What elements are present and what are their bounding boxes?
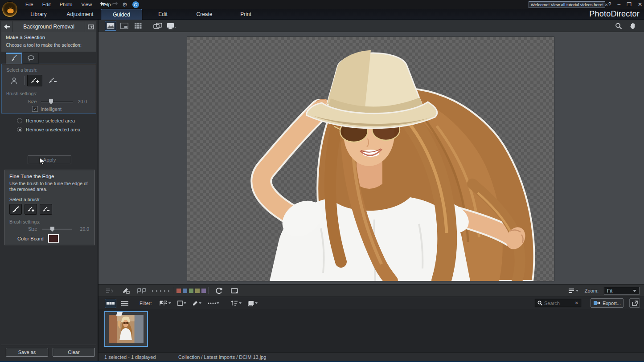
ft-brush-subtract-icon[interactable] <box>40 204 52 215</box>
label-filter-dropdown[interactable] <box>176 301 188 306</box>
export-icon <box>593 300 600 306</box>
settings-gear-icon[interactable]: ⚙ <box>121 1 128 8</box>
auto-select-person-icon[interactable] <box>6 75 21 86</box>
cutout-woman-illustration <box>187 37 554 281</box>
edited-filter-dropdown[interactable] <box>191 301 203 306</box>
panel-expand-icon[interactable] <box>85 21 96 32</box>
file-path-status: Collection / Latest Imports / DCIM 13.jp… <box>178 354 266 360</box>
compare-view-icon[interactable] <box>152 21 164 31</box>
ft-brush-buttons <box>9 204 52 215</box>
stack-photos-dropdown[interactable] <box>246 301 259 306</box>
color-tag-purple <box>201 289 206 293</box>
search-box[interactable]: ✕ <box>535 299 581 307</box>
slider-thumb[interactable] <box>49 99 53 104</box>
ft-size-row: Size 20.0 <box>5 225 95 232</box>
viewer-filmstrip-icon[interactable] <box>119 21 130 31</box>
list-view-icon[interactable] <box>119 299 131 308</box>
divider <box>24 76 25 85</box>
zoom-fit-dropdown[interactable]: Fit <box>604 287 640 295</box>
tab-print[interactable]: Print <box>225 9 267 20</box>
zoom-controls: Zoom: Fit <box>568 285 640 296</box>
capture-note-icon[interactable] <box>229 286 241 296</box>
rotate-icon[interactable] <box>213 286 225 296</box>
flag-filter-dropdown[interactable] <box>157 301 173 306</box>
color-board-label: Color Board <box>17 236 44 241</box>
pan-hand-icon[interactable] <box>627 21 639 31</box>
restore-button[interactable]: ❐ <box>627 1 632 8</box>
tab-guided[interactable]: Guided <box>101 9 142 20</box>
rating-filter-dropdown[interactable] <box>206 302 221 304</box>
brush-subtract-icon[interactable] <box>45 75 60 86</box>
size-slider[interactable] <box>41 102 73 102</box>
search-icon <box>537 301 542 305</box>
menu-photo[interactable]: Photo <box>56 1 77 8</box>
menu-edit[interactable]: Edit <box>38 1 55 8</box>
save-as-button[interactable]: Save as <box>6 348 48 357</box>
ft-size-slider[interactable] <box>42 229 72 230</box>
fine-tune-section: Fine Tune the Edge Use the brush to fine… <box>4 170 95 245</box>
photodirector-window: File Edit Photo View Help ⚙ Welcome! Vie… <box>0 0 644 362</box>
close-button[interactable]: ✕ <box>638 1 642 8</box>
undo-icon[interactable] <box>100 1 107 8</box>
color-label-tags[interactable] <box>174 287 209 294</box>
paw-icon <box>7 7 14 13</box>
brush-add-icon[interactable] <box>27 75 42 86</box>
apply-button[interactable]: Apply <box>28 155 71 164</box>
menu-view[interactable]: View <box>77 1 96 8</box>
redo-icon[interactable] <box>111 1 118 8</box>
edited-photo[interactable] <box>187 37 554 281</box>
search-input[interactable] <box>544 301 573 306</box>
zoom-value: Fit <box>607 288 612 293</box>
clear-button[interactable]: Clear <box>53 348 95 357</box>
rating-dots[interactable] <box>152 290 169 292</box>
color-board-swatch[interactable] <box>48 234 59 243</box>
photo-canvas[interactable] <box>98 33 644 284</box>
tab-edit[interactable]: Edit <box>142 9 184 20</box>
sort-menu-icon[interactable] <box>568 286 579 296</box>
edit-pencil-icon[interactable] <box>120 286 131 296</box>
secondary-monitor-icon[interactable] <box>166 21 177 31</box>
photo-thumbnail[interactable] <box>104 311 148 347</box>
notification-badge-icon[interactable] <box>132 1 139 8</box>
brush-size-row: Size 20.0 <box>2 98 97 105</box>
make-selection-section: Make a Selection Choose a tool to make t… <box>1 32 96 52</box>
intelligent-checkbox[interactable]: ✓ <box>32 106 38 112</box>
open-new-window-icon[interactable] <box>629 298 640 308</box>
search-clear-icon[interactable]: ✕ <box>575 301 578 305</box>
notification-close-icon[interactable]: ✕ <box>605 3 608 7</box>
ft-brush-add-icon[interactable] <box>25 204 37 215</box>
tab-adjustment[interactable]: Adjustment <box>59 9 101 20</box>
ft-slider-thumb[interactable] <box>50 227 54 232</box>
sort-order-dropdown[interactable] <box>229 301 243 306</box>
stack-list-icon[interactable] <box>104 286 115 296</box>
tab-create[interactable]: Create <box>184 9 225 20</box>
filmstrip <box>98 309 644 352</box>
minimize-button[interactable]: – <box>617 1 620 8</box>
export-button[interactable]: Export... <box>591 298 623 308</box>
strip-left-tools: Filter: <box>105 298 259 309</box>
fine-tune-description: Use the brush to fine tune the edge of t… <box>9 181 90 192</box>
remove-unselected-radio-row: Remove unselected area <box>17 127 80 132</box>
tab-library[interactable]: Library <box>18 9 59 20</box>
remove-selected-radio[interactable] <box>17 118 22 123</box>
ft-size-value: 20.0 <box>80 226 89 232</box>
ft-eraser-brush-icon[interactable] <box>9 204 22 215</box>
remove-unselected-radio[interactable] <box>17 127 22 132</box>
menu-file[interactable]: File <box>21 1 37 8</box>
module-tabs: Library Adjustment Guided Edit Create Pr… <box>18 9 267 20</box>
magnifier-icon[interactable] <box>613 21 624 31</box>
back-arrow-icon[interactable] <box>1 21 13 32</box>
flag-pick-reject-icon[interactable] <box>136 286 148 296</box>
color-tag-blue <box>183 289 187 293</box>
ft-select-brush-label: Select a brush: <box>9 197 41 202</box>
thumbnail-view-icon[interactable] <box>105 299 116 308</box>
size-label: Size <box>28 99 37 104</box>
help-button[interactable]: ? <box>608 1 611 8</box>
lasso-tool-tab[interactable] <box>23 53 39 64</box>
tutorial-notification[interactable]: Welcome! View all tutorial videos here! … <box>529 1 605 8</box>
grid-view-icon[interactable] <box>132 21 144 31</box>
remove-unselected-label: Remove unselected area <box>26 127 80 132</box>
photo-tools <box>104 285 241 296</box>
single-view-icon[interactable] <box>105 21 116 31</box>
brush-tool-tab[interactable] <box>6 53 22 64</box>
